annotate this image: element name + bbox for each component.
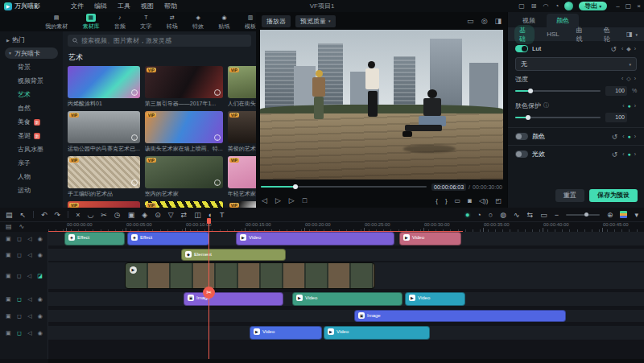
color-subtab[interactable]: HSL	[542, 30, 564, 39]
track-mute-icon[interactable]: ◁	[27, 313, 31, 320]
track-type-icon[interactable]: ▣	[6, 236, 11, 242]
track-visibility-icon[interactable]: ◉	[38, 330, 43, 336]
intensity-slider[interactable]	[515, 90, 601, 92]
color-subtab[interactable]: 曲线	[572, 25, 592, 44]
section-toggle[interactable]	[515, 133, 528, 140]
save-preset-button[interactable]: 保存为预设	[589, 189, 638, 202]
marker-icon[interactable]: ▽	[168, 211, 174, 219]
track-mute-icon[interactable]: ◁	[27, 273, 31, 279]
track-type-icon[interactable]: ▣	[6, 330, 11, 336]
menu-item[interactable]: 文件	[71, 2, 84, 10]
track-layout-icon[interactable]	[620, 211, 627, 218]
layout-icon[interactable]: ▢	[518, 2, 525, 10]
account-avatar[interactable]	[564, 2, 573, 10]
media-item[interactable]: VIP ↓ 第三届引导器——2017年1...	[145, 66, 223, 107]
reset-icon[interactable]: ↺	[612, 133, 618, 141]
sidebar-category[interactable]: 亲子	[0, 156, 63, 170]
snapshot-icon[interactable]: ◙	[468, 197, 472, 204]
search-input[interactable]: 搜索视频、图片素材，激发灵感	[68, 35, 251, 47]
separator[interactable]: |	[68, 211, 68, 218]
media-item[interactable]: VIP ↓ 室内的艺术家	[145, 156, 223, 197]
magnet-icon[interactable]: ◡	[87, 211, 93, 219]
undo-icon[interactable]: ↶	[41, 211, 47, 219]
track-mute-icon[interactable]: ◁	[27, 252, 31, 258]
lut-toggle[interactable]	[515, 45, 528, 52]
select-tool-icon[interactable]: ↖	[20, 211, 27, 219]
media-item[interactable]: ↓ 丙烯酸涂料01	[68, 66, 140, 107]
track-lock-icon[interactable]: ◻	[17, 273, 22, 279]
media-item[interactable]: VIP ↓ 手工编织的艺术品	[68, 156, 140, 197]
timeline-clip[interactable]: ◈ Effect	[127, 232, 209, 245]
color-subtab[interactable]: 基础	[514, 25, 535, 44]
fullscreen-icon[interactable]: ◰	[495, 197, 502, 204]
track-mute-icon[interactable]: ◁	[27, 296, 31, 303]
timeline-ruler[interactable]: 00:00:00:0000:00:05:0000:00:10:0000:00:1…	[48, 221, 644, 232]
sidebar-category[interactable]: 自然	[0, 101, 63, 115]
sidebar-category[interactable]: 背景	[0, 60, 63, 74]
download-icon[interactable]: ↓	[214, 134, 221, 141]
media-item[interactable]: VIP ↓ 英俊的艺术家在工作室的大...	[228, 111, 256, 152]
media-item[interactable]: VIP ↓	[145, 201, 223, 208]
asset-tab[interactable]: ▥ 模板	[245, 14, 256, 31]
sidebar-category[interactable]: 运动	[0, 184, 63, 197]
media-browser-icon[interactable]: ▤	[6, 211, 13, 219]
text-tool-icon[interactable]: T	[220, 211, 225, 219]
sidebar-category[interactable]: 圣诞 新	[0, 129, 63, 142]
download-icon[interactable]: ↓	[131, 179, 138, 186]
menu-item[interactable]: 编辑	[94, 2, 107, 10]
intensity-value[interactable]: 100	[605, 86, 627, 96]
timeline-clip[interactable]: ▶ Video	[324, 326, 430, 340]
sidebar-category[interactable]: 视频背景	[0, 74, 63, 88]
prev-frame-button[interactable]: ◁	[262, 196, 267, 204]
timeline-scrollbar[interactable]	[48, 359, 644, 363]
compare-icon[interactable]: ◨	[494, 17, 502, 25]
track-type-icon[interactable]: ▣	[6, 273, 11, 279]
close-button[interactable]: ×	[637, 2, 641, 10]
more-icon[interactable]: ▾	[634, 211, 638, 219]
track-lock-icon[interactable]: ◻	[17, 313, 22, 320]
voiceover-icon[interactable]: ◍	[500, 211, 506, 219]
split-at-playhead-button[interactable]: ✂	[203, 287, 215, 299]
preview-video-frame[interactable]	[260, 30, 503, 179]
next-frame-button[interactable]: ▷	[289, 196, 295, 204]
track-manage-icon[interactable]: ▤	[6, 223, 12, 230]
track-visibility-icon[interactable]: ◉	[38, 313, 43, 320]
mark-in-icon[interactable]: {	[436, 197, 438, 204]
timeline-clip[interactable]: ▣ Image	[354, 310, 566, 322]
color-subtab[interactable]: 色轮	[599, 25, 619, 44]
redo-icon[interactable]: ↷	[55, 211, 61, 219]
menu-item[interactable]: 帮助	[164, 2, 177, 10]
mask-view-icon[interactable]: ◎	[481, 17, 488, 25]
track-lock-icon[interactable]: ◻	[17, 330, 22, 336]
keyframe-controls[interactable]: ‹ ◆ ›	[621, 46, 637, 52]
zoom-slider[interactable]	[566, 214, 600, 216]
track-type-icon[interactable]: ▣	[6, 313, 11, 320]
sidebar-category[interactable]: 古风水墨	[0, 142, 63, 156]
track-lock-icon[interactable]: ◻	[17, 236, 22, 242]
split-icon[interactable]: ✂	[101, 211, 107, 219]
keyframe-controls[interactable]: ‹ ● ›	[622, 151, 637, 157]
sidebar-category[interactable]: 美食 新	[0, 115, 63, 129]
timeline-clip[interactable]: ▶ Video	[292, 292, 402, 306]
notifications-icon[interactable]: ◔	[555, 2, 559, 10]
asset-tab[interactable]: ◉ 贴纸	[219, 14, 230, 31]
track-visibility-icon[interactable]: ◉	[38, 252, 43, 258]
timeline-clip[interactable]: ▣ Image	[184, 292, 283, 306]
reset-button[interactable]: 重置	[555, 189, 584, 202]
menu-item[interactable]: 工具	[118, 2, 130, 10]
mask-icon[interactable]: ◐	[208, 211, 213, 219]
asset-tab[interactable]: T 文字	[140, 14, 151, 31]
stop-button[interactable]: □	[303, 196, 307, 204]
delete-icon[interactable]: ×	[76, 211, 80, 219]
skin-protect-value[interactable]: 100	[605, 113, 627, 122]
media-item[interactable]: VIP ↓ 运动公园中的马赛克艺术已...	[68, 111, 140, 152]
aspect-ratio-icon[interactable]: ▭	[467, 17, 474, 25]
current-time[interactable]: 00:00:06:03	[431, 184, 466, 191]
timeline-clip[interactable]: ▶ Video	[399, 232, 461, 245]
download-icon[interactable]: ↓	[214, 179, 221, 186]
keyframe-controls[interactable]: ‹ ● ›	[622, 134, 637, 139]
timeline-clip[interactable]: ◈ Effect	[64, 232, 125, 245]
app-logo[interactable]: ▶ 万兴喵影	[4, 2, 40, 10]
mask-track-icon[interactable]: ◔	[477, 211, 481, 219]
separator[interactable]: |	[33, 211, 34, 218]
